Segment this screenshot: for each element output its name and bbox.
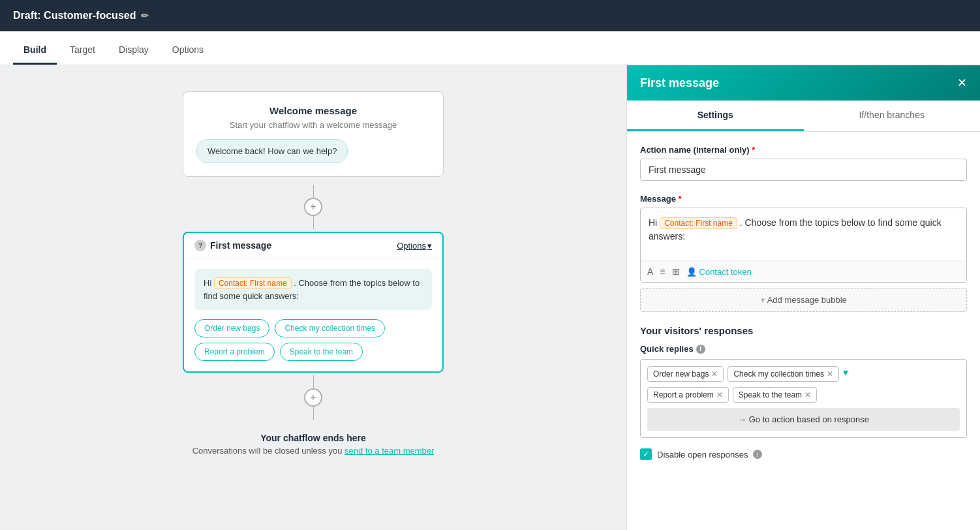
action-name-label: Action name (internal only) * (640, 145, 967, 155)
contact-token-icon: 👤 (686, 267, 697, 277)
welcome-chat-bubble: Welcome back! How can we help? (196, 139, 348, 163)
tag-2: Report a problem ✕ (647, 387, 729, 403)
first-message-header-left: ? First message (194, 240, 271, 251)
question-icon: ? (194, 240, 206, 251)
tag-3-remove[interactable]: ✕ (804, 390, 811, 399)
welcome-card-subtitle: Start your chatflow with a welcome messa… (196, 120, 430, 130)
disable-open-responses-row: Disable open responses i (640, 448, 967, 460)
tag-0: Order new bags ✕ (647, 366, 724, 382)
quick-replies-label: Quick replies i (640, 344, 967, 354)
contact-token-button[interactable]: 👤 Contact token (686, 267, 752, 277)
tab-if-then[interactable]: If/then branches (804, 101, 981, 131)
send-to-team-link[interactable]: send to a team member (345, 446, 434, 456)
expand-tags-arrow[interactable]: ▾ (843, 366, 848, 382)
contact-token-panel: Contact: First name (660, 217, 737, 229)
disable-open-responses-label: Disable open responses (657, 450, 748, 460)
tag-2-remove[interactable]: ✕ (716, 390, 723, 399)
msg-hi: Hi (649, 217, 657, 228)
toolbar-grid-icon[interactable]: ⊞ (672, 266, 680, 277)
connector-line-2 (313, 216, 314, 229)
add-step-button-1[interactable]: + (304, 198, 322, 216)
reply-btn-1[interactable]: Check my collection times (275, 319, 385, 337)
tags-row-2: Report a problem ✕ Speak to the team ✕ (647, 387, 960, 403)
reply-btn-0[interactable]: Order new bags (194, 319, 269, 337)
chatflow-end: Your chatflow ends here Conversations wi… (192, 433, 435, 456)
message-editor[interactable]: Hi Contact: First name . Choose from the… (640, 208, 967, 283)
reply-btn-2[interactable]: Report a problem (194, 343, 275, 361)
reply-buttons: Order new bags Check my collection times… (194, 319, 432, 361)
add-step-button-2[interactable]: + (304, 388, 322, 407)
contact-token-canvas: Contact: First name (214, 277, 292, 289)
tags-row: Order new bags ✕ Check my collection tim… (647, 366, 960, 382)
message-group: Message * Hi Contact: First name . Choos… (640, 194, 967, 312)
visitors-responses-group: Your visitors' responses Quick replies i… (640, 325, 967, 460)
edit-icon[interactable]: ✏ (141, 10, 149, 21)
right-panel-tabs: Settings If/then branches (627, 101, 980, 132)
message-editor-content[interactable]: Hi Contact: First name . Choose from the… (641, 208, 966, 260)
visitors-responses-title: Your visitors' responses (640, 325, 967, 336)
tag-1: Check my collection times ✕ (727, 366, 839, 382)
draft-title: Draft: Customer-focused (13, 10, 136, 22)
toolbar-font-icon[interactable]: A (647, 266, 653, 277)
connector-line-4 (313, 407, 314, 420)
action-name-input[interactable] (640, 159, 967, 181)
first-message-bubble: Hi Contact: First name . Choose from the… (194, 269, 432, 310)
tab-build[interactable]: Build (13, 37, 57, 65)
canvas: Welcome message Start your chatflow with… (0, 65, 626, 530)
first-message-label: First message (210, 240, 271, 251)
right-panel-body: Action name (internal only) * Message * … (627, 132, 980, 530)
toolbar-list-icon[interactable]: ≡ (660, 266, 665, 277)
disable-open-responses-checkbox[interactable] (640, 448, 652, 460)
tab-settings[interactable]: Settings (627, 101, 804, 131)
options-chevron-icon: ▾ (427, 241, 432, 251)
message-editor-toolbar: A ≡ ⊞ 👤 Contact token (641, 260, 966, 282)
action-name-required: * (752, 145, 755, 155)
close-button[interactable]: ✕ (957, 76, 967, 90)
main-content: Welcome message Start your chatflow with… (0, 65, 980, 530)
quick-replies-box: Order new bags ✕ Check my collection tim… (640, 359, 967, 438)
tag-1-remove[interactable]: ✕ (827, 369, 833, 379)
tab-display[interactable]: Display (108, 37, 159, 65)
tag-0-remove[interactable]: ✕ (711, 369, 718, 379)
go-to-action-button[interactable]: → Go to action based on response (647, 408, 960, 431)
quick-replies-info-icon[interactable]: i (696, 345, 705, 354)
first-message-card: ? First message Options ▾ Hi Contact: Fi… (183, 232, 444, 373)
welcome-message-card: Welcome message Start your chatflow with… (183, 91, 444, 177)
tag-3: Speak to the team ✕ (733, 387, 817, 403)
right-panel: First message ✕ Settings If/then branche… (626, 65, 980, 530)
options-link[interactable]: Options ▾ (397, 241, 432, 251)
right-panel-header: First message ✕ (627, 65, 980, 101)
first-message-header: ? First message Options ▾ (184, 233, 442, 258)
message-label: Message * (640, 194, 967, 204)
connector-line-1 (313, 185, 314, 198)
top-bar-title: Draft: Customer-focused ✏ (13, 10, 149, 22)
chatflow-end-title: Your chatflow ends here (192, 433, 435, 443)
message-hi: Hi (204, 278, 211, 288)
tab-options[interactable]: Options (162, 37, 214, 65)
connector-1: + (304, 185, 322, 229)
chatflow-end-subtitle: Conversations will be closed unless you … (192, 446, 435, 456)
welcome-card-title: Welcome message (196, 105, 430, 116)
message-required: * (679, 194, 682, 204)
reply-btn-3[interactable]: Speak to the team (280, 343, 363, 361)
connector-line-3 (313, 375, 314, 388)
add-message-bubble-button[interactable]: + Add message bubble (640, 288, 967, 312)
top-bar: Draft: Customer-focused ✏ (0, 0, 980, 31)
tab-target[interactable]: Target (59, 37, 106, 65)
right-panel-title: First message (640, 76, 719, 90)
disable-info-icon[interactable]: i (753, 450, 762, 459)
nav-tabs: Build Target Display Options (0, 31, 980, 65)
first-message-body: Hi Contact: First name . Choose from the… (184, 258, 442, 371)
action-name-group: Action name (internal only) * (640, 145, 967, 181)
connector-2: + (304, 375, 322, 420)
